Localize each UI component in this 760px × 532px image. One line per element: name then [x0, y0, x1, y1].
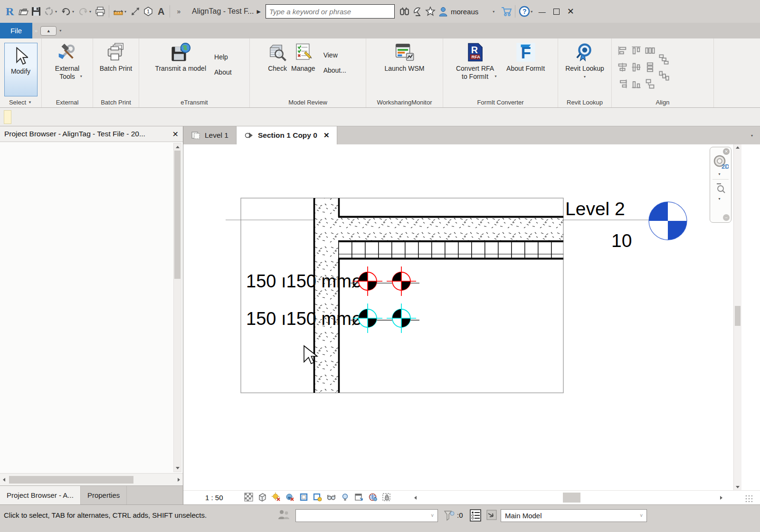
close-button[interactable]: ✕ — [563, 4, 578, 19]
search-input[interactable] — [269, 8, 391, 16]
open-icon[interactable] — [17, 5, 29, 18]
cart-icon[interactable] — [500, 5, 513, 18]
browser-vertical-scrollbar[interactable] — [173, 143, 181, 472]
view-scale[interactable]: 1 : 50 — [205, 494, 223, 502]
active-workset-select[interactable]: ˅ — [295, 509, 438, 522]
help-dropdown[interactable]: ▾ — [531, 10, 535, 14]
revit-lookup-button[interactable]: Revit Lookup ▾ — [563, 41, 606, 82]
canvas-vertical-scrollbar[interactable] — [733, 144, 741, 490]
favorites-icon[interactable] — [424, 5, 437, 18]
reveal-constraints-icon[interactable] — [382, 493, 391, 502]
show-crop-region-icon[interactable] — [313, 493, 322, 502]
level-elevation-text[interactable]: 10 — [611, 230, 632, 251]
untangle-horizontally-icon[interactable] — [658, 70, 670, 82]
design-option-select[interactable]: Main Model ˅ — [501, 509, 647, 522]
external-tools-dropdown[interactable]: ▾ — [79, 72, 83, 80]
etransmit-about-button[interactable]: About — [214, 68, 232, 76]
pipe-tag-row2-text[interactable]: 150 ı150 mmø — [246, 309, 362, 329]
steering-wheel-2d-icon[interactable]: 2D — [712, 155, 729, 170]
distribute-vertically-icon[interactable] — [644, 61, 656, 73]
print-icon[interactable] — [94, 5, 106, 18]
launch-wsm-button[interactable]: Launch WSM — [382, 41, 426, 74]
tag-by-category-icon[interactable]: 1 — [142, 5, 154, 18]
scroll-up-icon[interactable] — [176, 146, 180, 148]
ribbon-state-toggle[interactable]: ▲ — [40, 26, 57, 36]
user-icon[interactable] — [437, 5, 450, 18]
undo-icon[interactable] — [59, 5, 72, 18]
level-name-text[interactable]: Level 2 — [565, 199, 625, 219]
measure-dropdown[interactable]: ▾ — [124, 10, 129, 14]
transmit-model-button[interactable]: Transmit a model — [153, 41, 208, 74]
scrollbar-thumb[interactable] — [174, 151, 180, 279]
resize-grip[interactable] — [745, 494, 752, 502]
file-tab[interactable]: File — [0, 23, 32, 38]
scrollbar-thumb[interactable] — [735, 306, 741, 326]
scroll-down-icon[interactable] — [176, 467, 180, 469]
steering-wheel-dropdown[interactable]: ▾ — [719, 172, 723, 176]
modify-button[interactable]: Modify — [4, 43, 38, 96]
tab-overflow-icon[interactable]: » — [34, 27, 38, 34]
temporary-view-properties-icon[interactable] — [354, 493, 363, 502]
align-middle-icon[interactable] — [630, 61, 642, 73]
sync-dropdown[interactable]: ▾ — [55, 10, 59, 14]
scroll-right-icon[interactable] — [178, 478, 180, 482]
scroll-down-icon[interactable] — [736, 486, 740, 488]
sun-path-icon[interactable] — [272, 493, 281, 502]
project-browser-header[interactable]: Project Browser - AlignTag - Test File -… — [0, 126, 183, 142]
browser-horizontal-scrollbar[interactable] — [0, 473, 183, 485]
batch-print-button[interactable]: Batch Print — [98, 41, 134, 74]
etransmit-help-button[interactable]: Help — [214, 53, 232, 61]
hide-analytical-model-icon[interactable] — [368, 493, 377, 502]
pipe-symbol-highlighted[interactable] — [387, 304, 416, 333]
add-to-set-icon[interactable] — [485, 509, 498, 521]
scroll-right-icon[interactable] — [720, 496, 722, 500]
pipe-symbol-selected[interactable] — [387, 266, 416, 296]
worksets-icon[interactable] — [277, 509, 291, 521]
project-browser-close-icon[interactable]: ✕ — [172, 130, 179, 139]
scroll-left-icon[interactable] — [3, 478, 5, 482]
untangle-vertically-icon[interactable] — [658, 53, 670, 65]
design-options-icon[interactable] — [469, 509, 482, 522]
zoom-dropdown[interactable]: ▾ — [719, 197, 723, 201]
pipe-tag-row1-text[interactable]: 150 ı150 mmø — [246, 271, 362, 291]
align-left-icon[interactable] — [617, 45, 628, 57]
aligned-dimension-icon[interactable] — [129, 5, 142, 18]
revit-lookup-dropdown[interactable]: ▾ — [583, 73, 587, 81]
navbar-collapse-icon[interactable]: – — [723, 214, 730, 221]
revit-logo[interactable]: R — [4, 5, 17, 18]
text-icon[interactable]: A — [154, 5, 167, 18]
help-icon[interactable]: ? — [518, 5, 531, 18]
tab-properties[interactable]: Properties — [81, 486, 127, 504]
view-tab-section-1-copy-0[interactable]: Section 1 Copy 0 ✕ — [237, 126, 337, 144]
editable-only-filter-icon[interactable] — [443, 510, 455, 522]
view-tab-list-dropdown[interactable]: ▾ — [751, 126, 760, 144]
zoom-icon[interactable] — [715, 182, 726, 195]
reveal-hidden-elements-icon[interactable] — [341, 493, 350, 502]
undo-dropdown[interactable]: ▾ — [72, 10, 76, 14]
view-tab-level-1[interactable]: Level 1 — [183, 126, 237, 144]
user-dropdown[interactable]: ▾ — [493, 10, 497, 14]
about-formit-button[interactable]: F About FormIt — [504, 41, 547, 74]
align-right-icon[interactable] — [617, 78, 628, 90]
sync-icon[interactable] — [42, 5, 55, 18]
temporary-hide-isolate-icon[interactable] — [327, 493, 336, 502]
maximize-button[interactable] — [549, 4, 563, 19]
arrange-tags-icon[interactable] — [644, 78, 656, 90]
more-commands-icon[interactable]: » — [172, 5, 185, 18]
external-tools-button[interactable]: External Tools ▾ — [53, 41, 81, 82]
select-panel-label[interactable]: Select▼ — [0, 97, 41, 107]
username[interactable]: moreaus — [451, 8, 478, 16]
convert-rfa-button[interactable]: R RFA Convert RFA to FormIt ▾ — [454, 41, 496, 82]
view-tab-close-icon[interactable]: ✕ — [323, 131, 330, 140]
title-expand-icon[interactable]: ▶ — [256, 9, 260, 15]
navbar-close-icon[interactable]: ✕ — [723, 148, 730, 155]
scroll-up-icon[interactable] — [736, 146, 740, 149]
measure-icon[interactable] — [112, 5, 124, 18]
align-bottom-icon[interactable] — [630, 78, 642, 90]
align-top-icon[interactable] — [630, 45, 642, 57]
model-review-view-button[interactable]: View — [323, 51, 346, 59]
tab-project-browser[interactable]: Project Browser - A... — [0, 486, 81, 504]
distribute-horizontally-icon[interactable] — [644, 45, 656, 57]
minimize-button[interactable]: — — [535, 4, 549, 19]
save-icon[interactable] — [29, 5, 42, 18]
